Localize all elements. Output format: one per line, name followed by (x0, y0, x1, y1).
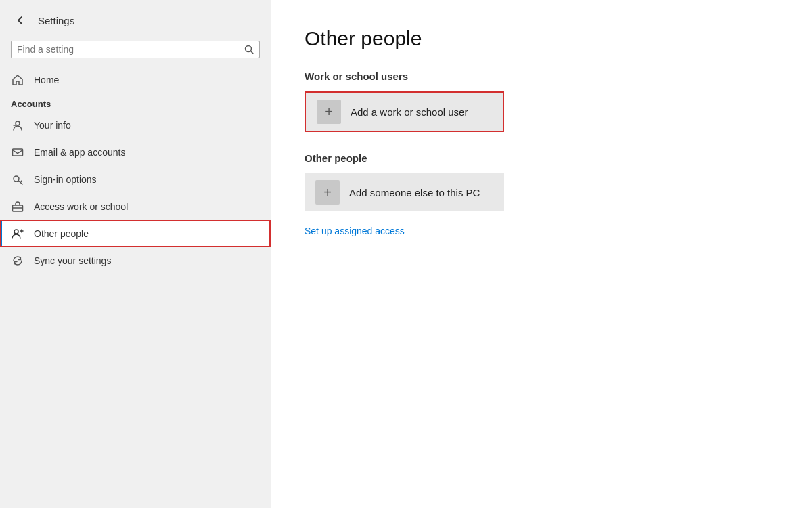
svg-line-1 (251, 51, 254, 54)
sidebar: Settings Home Accounts Your inf (0, 0, 271, 508)
svg-point-2 (16, 121, 20, 125)
sync-icon (11, 254, 24, 268)
home-icon (11, 73, 24, 87)
person-icon (11, 119, 24, 132)
set-up-assigned-access-link[interactable]: Set up assigned access (304, 226, 405, 236)
person-add-icon (11, 227, 24, 240)
svg-rect-4 (13, 149, 23, 156)
search-button[interactable] (244, 45, 254, 54)
search-box[interactable] (11, 41, 260, 58)
add-work-school-label: Add a work or school user (351, 106, 468, 118)
sidebar-item-your-info[interactable]: Your info (0, 112, 271, 139)
email-icon (11, 146, 24, 159)
sidebar-item-sign-in-label: Sign-in options (34, 174, 97, 185)
sidebar-item-home[interactable]: Home (0, 66, 271, 93)
sidebar-item-other-people-label: Other people (34, 228, 89, 239)
main-content: Other people Work or school users + Add … (271, 0, 812, 508)
sidebar-item-your-info-label: Your info (34, 120, 71, 131)
briefcase-icon (11, 200, 24, 213)
accounts-label: Accounts (0, 93, 271, 112)
sidebar-item-sync-label: Sync your settings (34, 255, 111, 266)
add-someone-plus-icon: + (315, 180, 340, 205)
search-input[interactable] (17, 44, 244, 55)
add-work-school-plus-icon: + (317, 100, 341, 124)
sidebar-item-other-people[interactable]: Other people (0, 220, 271, 247)
sidebar-item-home-label: Home (34, 75, 59, 85)
sidebar-item-email-label: Email & app accounts (34, 147, 125, 158)
svg-point-8 (14, 230, 18, 234)
sidebar-item-sign-in-options[interactable]: Sign-in options (0, 166, 271, 193)
key-icon (11, 173, 24, 186)
add-work-school-button[interactable]: + Add a work or school user (304, 91, 504, 132)
sidebar-header: Settings (0, 0, 271, 35)
page-title: Other people (304, 27, 778, 50)
app-title: Settings (38, 15, 74, 26)
other-people-section-title: Other people (304, 152, 778, 164)
sidebar-item-access-work-label: Access work or school (34, 201, 128, 212)
work-school-section-title: Work or school users (304, 70, 778, 82)
add-someone-label: Add someone else to this PC (349, 187, 480, 198)
sidebar-item-sync-settings[interactable]: Sync your settings (0, 247, 271, 274)
sidebar-item-email-app-accounts[interactable]: Email & app accounts (0, 139, 271, 166)
back-button[interactable] (11, 11, 30, 30)
add-someone-button[interactable]: + Add someone else to this PC (304, 173, 504, 211)
sidebar-item-access-work-school[interactable]: Access work or school (0, 193, 271, 220)
